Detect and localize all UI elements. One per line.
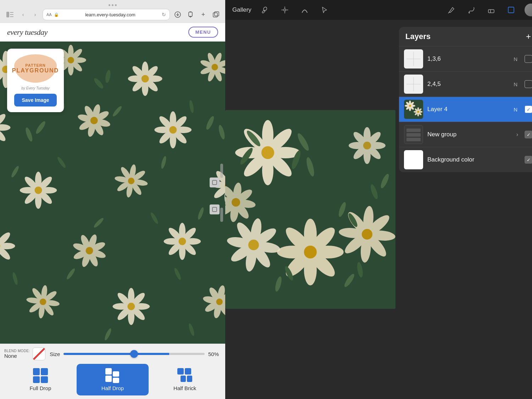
layer-mode-136: N — [514, 56, 517, 62]
half-drop-button[interactable]: Half Drop — [77, 364, 149, 395]
layer-thumb-136 — [404, 49, 423, 69]
svg-point-68 — [90, 117, 98, 124]
selection-tool-button[interactable] — [318, 4, 331, 16]
hd-cell-2 — [105, 376, 112, 382]
svg-rect-285 — [406, 133, 421, 137]
browser-dots — [4, 3, 221, 7]
svg-point-213 — [304, 246, 317, 258]
layers-tool-button[interactable] — [505, 4, 517, 16]
svg-rect-2 — [10, 14, 13, 15]
svg-point-133 — [178, 237, 186, 245]
url-text: learn.every-tuesday.com — [61, 12, 160, 17]
scroll-thumb-bottom[interactable] — [220, 208, 223, 222]
layer-item-newgroup[interactable]: New group › ✓ — [399, 122, 532, 147]
svg-point-186 — [469, 12, 470, 13]
layer-item-245[interactable]: 2,4,5 N — [399, 71, 532, 97]
tabs-button[interactable] — [211, 10, 221, 20]
dot-2 — [112, 4, 113, 6]
size-value: 50% — [208, 351, 221, 357]
layer-checkbox-136[interactable] — [525, 55, 532, 63]
refresh-button[interactable]: ↻ — [162, 12, 166, 17]
address-bar[interactable]: AA 🔒 learn.every-tuesday.com ↻ — [43, 9, 170, 20]
add-layer-button[interactable]: + — [526, 32, 531, 41]
share-button[interactable] — [185, 10, 195, 20]
svg-point-48 — [211, 64, 218, 70]
forward-button[interactable]: › — [31, 10, 40, 19]
pattern-card: PATTERN PLAYGROUND by Every Tuesday Save… — [7, 49, 64, 112]
svg-point-26 — [68, 57, 74, 63]
svg-point-142 — [40, 299, 46, 305]
full-drop-button[interactable]: Full Drop — [4, 364, 77, 395]
layer-item-4[interactable]: Layer 4 N ✓ — [399, 97, 532, 122]
procreate-panel: Gallery — [225, 0, 532, 399]
layer-mode-4: N — [514, 106, 517, 113]
size-group: Size 50% — [50, 351, 221, 357]
layer-checkbox-245[interactable] — [525, 80, 532, 88]
expand-icon[interactable]: › — [516, 131, 518, 138]
stroke-style-button[interactable] — [298, 4, 311, 16]
save-image-button[interactable]: Save Image — [14, 94, 57, 106]
half-drop-col-right — [113, 368, 119, 383]
blend-mode-group: Blend Mode: None — [4, 348, 45, 360]
pen-tool-button[interactable] — [445, 4, 458, 16]
brush-tool-button[interactable] — [465, 4, 478, 16]
right-layers-zone: Layers + 1,3,6 N — [395, 20, 532, 399]
half-drop-label: Half Drop — [101, 385, 124, 391]
layer-checkbox-background[interactable]: ✓ — [525, 156, 532, 164]
layer-thumb-245 — [404, 75, 423, 94]
hd-cell-1 — [105, 368, 112, 375]
eraser-tool-button[interactable] — [485, 4, 498, 16]
layer-item-background[interactable]: Background color ✓ — [399, 147, 532, 172]
back-button[interactable]: ‹ — [18, 10, 28, 19]
svg-rect-1 — [10, 12, 13, 13]
menu-button[interactable]: MENU — [188, 27, 218, 38]
lock-icon: 🔒 — [54, 12, 59, 17]
svg-point-88 — [35, 186, 42, 194]
layer-checkbox-4[interactable]: ✓ — [525, 105, 532, 113]
svg-point-184 — [284, 9, 286, 11]
wrench-tool-button[interactable] — [259, 4, 271, 16]
view-button-2[interactable] — [210, 204, 220, 214]
svg-rect-3 — [10, 16, 13, 17]
blend-swatch[interactable] — [33, 348, 45, 360]
gallery-button[interactable]: Gallery — [232, 6, 251, 13]
fd-cell-1 — [33, 368, 40, 375]
view-button-1[interactable] — [210, 177, 220, 187]
new-tab-button[interactable]: + — [198, 10, 208, 20]
hb-cell-2 — [185, 368, 191, 375]
checkmark-icon-group: ✓ — [527, 132, 531, 137]
layer-thumb-4 — [404, 100, 423, 119]
procreate-toolbar: Gallery — [225, 0, 532, 20]
half-brick-button[interactable]: Half Brick — [149, 364, 221, 395]
sidebar-toggle-button[interactable] — [4, 10, 16, 20]
font-size-indicator: AA — [46, 12, 52, 17]
canvas-zone: ↩ ↪ — [225, 20, 395, 399]
svg-point-257 — [232, 198, 240, 207]
svg-rect-6 — [213, 13, 217, 17]
scroll-thumb-top[interactable] — [220, 164, 223, 178]
layer-name-4: Layer 4 — [427, 106, 509, 113]
svg-point-39 — [142, 75, 149, 82]
half-brick-label: Half Brick — [173, 385, 196, 391]
checkmark-icon-bg: ✓ — [527, 158, 531, 162]
hb-row-2 — [177, 376, 192, 382]
dot-3 — [115, 4, 117, 6]
svg-rect-284 — [406, 129, 421, 132]
website-area: every tuesday MENU — [0, 23, 225, 399]
layer-mode-245: N — [514, 81, 517, 87]
layer-checkbox-newgroup[interactable]: ✓ — [525, 131, 532, 138]
download-button[interactable] — [173, 10, 183, 20]
svg-point-222 — [248, 240, 259, 250]
svg-point-97 — [128, 178, 134, 184]
layer-name-newgroup: New group — [427, 131, 512, 138]
size-slider[interactable] — [63, 353, 205, 355]
blend-label-group: Blend Mode: None — [4, 349, 30, 359]
bottom-controls: Blend Mode: None Size 50% — [0, 344, 225, 399]
user-avatar[interactable] — [525, 4, 532, 16]
full-drop-icon — [33, 368, 48, 383]
layer-name-136: 1,3,6 — [427, 55, 509, 62]
layer-item-136[interactable]: 1,3,6 N — [399, 46, 532, 71]
magic-wand-button[interactable] — [278, 4, 291, 16]
svg-line-185 — [448, 12, 449, 13]
website-header: every tuesday MENU — [0, 23, 225, 42]
